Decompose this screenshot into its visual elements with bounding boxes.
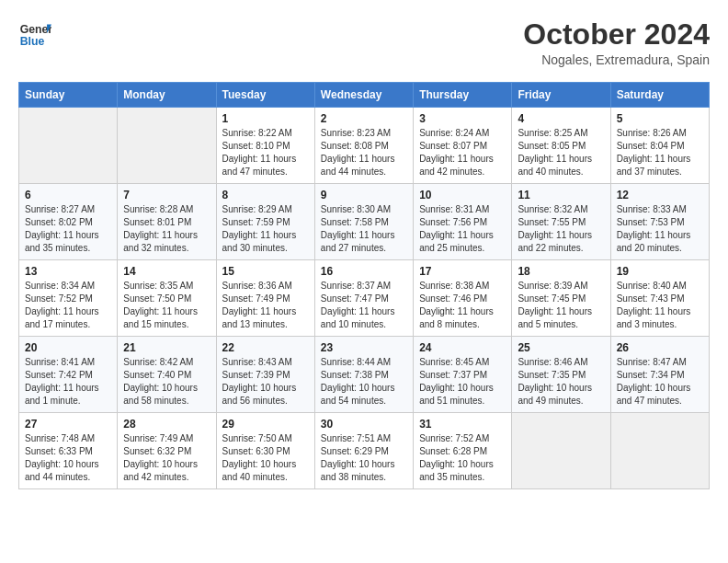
day-number: 23 <box>321 341 407 354</box>
svg-text:Blue: Blue <box>20 35 45 48</box>
day-info: Sunrise: 8:43 AM Sunset: 7:39 PM Dayligh… <box>222 356 309 408</box>
calendar-cell: 11Sunrise: 8:32 AM Sunset: 7:55 PM Dayli… <box>512 184 610 260</box>
calendar-table: SundayMondayTuesdayWednesdayThursdayFrid… <box>18 82 710 489</box>
calendar-week-3: 13Sunrise: 8:34 AM Sunset: 7:52 PM Dayli… <box>19 260 710 337</box>
day-info: Sunrise: 8:32 AM Sunset: 7:55 PM Dayligh… <box>518 203 604 255</box>
day-info: Sunrise: 8:35 AM Sunset: 7:50 PM Dayligh… <box>123 280 210 331</box>
day-info: Sunrise: 8:47 AM Sunset: 7:34 PM Dayligh… <box>617 356 703 408</box>
day-number: 30 <box>321 418 407 431</box>
day-number: 7 <box>123 189 210 201</box>
day-number: 5 <box>617 112 703 125</box>
calendar-cell: 31Sunrise: 7:52 AM Sunset: 6:28 PM Dayli… <box>414 413 512 489</box>
day-number: 2 <box>321 112 407 125</box>
day-number: 27 <box>25 418 111 431</box>
day-info: Sunrise: 7:50 AM Sunset: 6:30 PM Dayligh… <box>222 432 309 484</box>
day-number: 24 <box>419 341 506 354</box>
day-info: Sunrise: 8:44 AM Sunset: 7:38 PM Dayligh… <box>321 356 407 408</box>
calendar-cell: 26Sunrise: 8:47 AM Sunset: 7:34 PM Dayli… <box>610 337 709 413</box>
location: Nogales, Extremadura, Spain <box>523 52 710 67</box>
calendar-cell: 1Sunrise: 8:22 AM Sunset: 8:10 PM Daylig… <box>216 108 314 184</box>
weekday-wednesday: Wednesday <box>314 83 413 108</box>
weekday-friday: Friday <box>512 83 610 108</box>
calendar-cell: 16Sunrise: 8:37 AM Sunset: 7:47 PM Dayli… <box>314 260 413 337</box>
logo: General Blue <box>18 18 51 52</box>
day-number: 26 <box>617 341 703 354</box>
calendar-week-1: 1Sunrise: 8:22 AM Sunset: 8:10 PM Daylig… <box>19 108 710 184</box>
weekday-tuesday: Tuesday <box>216 83 314 108</box>
calendar-cell: 3Sunrise: 8:24 AM Sunset: 8:07 PM Daylig… <box>414 108 512 184</box>
calendar-cell: 14Sunrise: 8:35 AM Sunset: 7:50 PM Dayli… <box>118 260 216 337</box>
weekday-saturday: Saturday <box>610 83 709 108</box>
calendar-cell: 13Sunrise: 8:34 AM Sunset: 7:52 PM Dayli… <box>19 260 118 337</box>
calendar-week-2: 6Sunrise: 8:27 AM Sunset: 8:02 PM Daylig… <box>19 184 710 260</box>
day-number: 12 <box>617 189 703 201</box>
day-info: Sunrise: 8:34 AM Sunset: 7:52 PM Dayligh… <box>25 280 111 331</box>
day-info: Sunrise: 8:28 AM Sunset: 8:01 PM Dayligh… <box>123 203 210 255</box>
day-number: 10 <box>419 189 506 201</box>
calendar-cell: 30Sunrise: 7:51 AM Sunset: 6:29 PM Dayli… <box>314 413 413 489</box>
day-info: Sunrise: 8:26 AM Sunset: 8:04 PM Dayligh… <box>617 127 703 178</box>
day-number: 28 <box>123 418 210 431</box>
day-info: Sunrise: 8:42 AM Sunset: 7:40 PM Dayligh… <box>123 356 210 408</box>
calendar-cell <box>610 413 709 489</box>
calendar-body: 1Sunrise: 8:22 AM Sunset: 8:10 PM Daylig… <box>19 108 710 489</box>
day-info: Sunrise: 7:51 AM Sunset: 6:29 PM Dayligh… <box>321 432 407 484</box>
weekday-thursday: Thursday <box>414 83 512 108</box>
day-number: 20 <box>25 341 111 354</box>
calendar-cell: 6Sunrise: 8:27 AM Sunset: 8:02 PM Daylig… <box>19 184 118 260</box>
calendar-cell: 25Sunrise: 8:46 AM Sunset: 7:35 PM Dayli… <box>512 337 610 413</box>
day-number: 22 <box>222 341 309 354</box>
day-number: 6 <box>25 189 111 201</box>
day-info: Sunrise: 7:52 AM Sunset: 6:28 PM Dayligh… <box>419 432 506 484</box>
day-info: Sunrise: 7:49 AM Sunset: 6:32 PM Dayligh… <box>123 432 210 484</box>
day-number: 9 <box>321 189 407 201</box>
day-info: Sunrise: 8:27 AM Sunset: 8:02 PM Dayligh… <box>25 203 111 255</box>
day-info: Sunrise: 8:25 AM Sunset: 8:05 PM Dayligh… <box>518 127 604 178</box>
day-number: 13 <box>25 265 111 278</box>
page-header: General Blue October 2024 Nogales, Extre… <box>18 18 710 67</box>
day-info: Sunrise: 8:24 AM Sunset: 8:07 PM Dayligh… <box>419 127 506 178</box>
calendar-cell: 27Sunrise: 7:48 AM Sunset: 6:33 PM Dayli… <box>19 413 118 489</box>
day-number: 8 <box>222 189 309 201</box>
day-number: 4 <box>518 112 604 125</box>
calendar-cell: 17Sunrise: 8:38 AM Sunset: 7:46 PM Dayli… <box>414 260 512 337</box>
day-info: Sunrise: 8:23 AM Sunset: 8:08 PM Dayligh… <box>321 127 407 178</box>
calendar-cell <box>118 108 216 184</box>
calendar-cell: 29Sunrise: 7:50 AM Sunset: 6:30 PM Dayli… <box>216 413 314 489</box>
day-number: 25 <box>518 341 604 354</box>
month-title: October 2024 <box>523 18 710 51</box>
day-info: Sunrise: 8:40 AM Sunset: 7:43 PM Dayligh… <box>617 280 703 331</box>
calendar-cell: 20Sunrise: 8:41 AM Sunset: 7:42 PM Dayli… <box>19 337 118 413</box>
day-info: Sunrise: 8:45 AM Sunset: 7:37 PM Dayligh… <box>419 356 506 408</box>
calendar-cell: 8Sunrise: 8:29 AM Sunset: 7:59 PM Daylig… <box>216 184 314 260</box>
calendar-cell <box>19 108 118 184</box>
calendar-week-5: 27Sunrise: 7:48 AM Sunset: 6:33 PM Dayli… <box>19 413 710 489</box>
calendar-cell: 5Sunrise: 8:26 AM Sunset: 8:04 PM Daylig… <box>610 108 709 184</box>
day-number: 31 <box>419 418 506 431</box>
calendar-cell: 22Sunrise: 8:43 AM Sunset: 7:39 PM Dayli… <box>216 337 314 413</box>
calendar-cell: 10Sunrise: 8:31 AM Sunset: 7:56 PM Dayli… <box>414 184 512 260</box>
calendar-cell: 24Sunrise: 8:45 AM Sunset: 7:37 PM Dayli… <box>414 337 512 413</box>
calendar-cell: 18Sunrise: 8:39 AM Sunset: 7:45 PM Dayli… <box>512 260 610 337</box>
calendar-cell: 7Sunrise: 8:28 AM Sunset: 8:01 PM Daylig… <box>118 184 216 260</box>
day-info: Sunrise: 8:33 AM Sunset: 7:53 PM Dayligh… <box>617 203 703 255</box>
day-number: 15 <box>222 265 309 278</box>
day-number: 1 <box>222 112 309 125</box>
calendar-cell: 2Sunrise: 8:23 AM Sunset: 8:08 PM Daylig… <box>314 108 413 184</box>
weekday-monday: Monday <box>118 83 216 108</box>
day-number: 21 <box>123 341 210 354</box>
day-info: Sunrise: 8:36 AM Sunset: 7:49 PM Dayligh… <box>222 280 309 331</box>
calendar-header: SundayMondayTuesdayWednesdayThursdayFrid… <box>19 83 710 108</box>
day-info: Sunrise: 8:41 AM Sunset: 7:42 PM Dayligh… <box>25 356 111 408</box>
calendar-cell: 19Sunrise: 8:40 AM Sunset: 7:43 PM Dayli… <box>610 260 709 337</box>
day-number: 14 <box>123 265 210 278</box>
day-info: Sunrise: 8:37 AM Sunset: 7:47 PM Dayligh… <box>321 280 407 331</box>
calendar-cell: 9Sunrise: 8:30 AM Sunset: 7:58 PM Daylig… <box>314 184 413 260</box>
logo-icon: General Blue <box>18 18 51 52</box>
day-info: Sunrise: 8:29 AM Sunset: 7:59 PM Dayligh… <box>222 203 309 255</box>
day-number: 3 <box>419 112 506 125</box>
day-number: 17 <box>419 265 506 278</box>
weekday-sunday: Sunday <box>19 83 118 108</box>
day-number: 11 <box>518 189 604 201</box>
day-info: Sunrise: 7:48 AM Sunset: 6:33 PM Dayligh… <box>25 432 111 484</box>
